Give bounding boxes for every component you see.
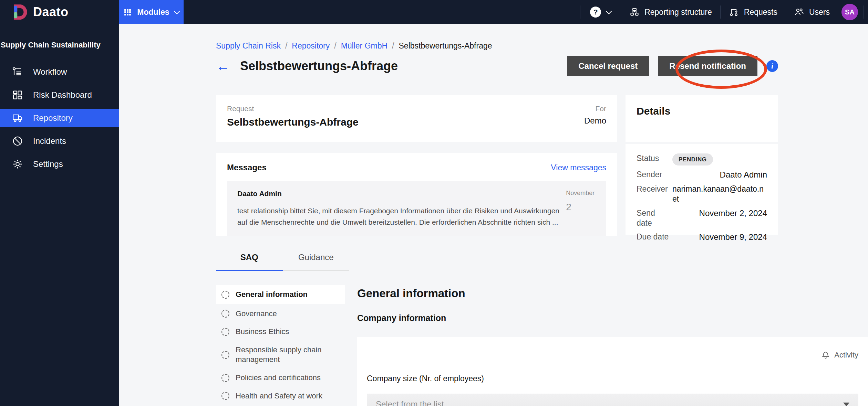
progress-circle-icon — [221, 291, 229, 299]
section-label: Policies and certifications — [236, 373, 321, 383]
breadcrumb-separator: / — [285, 41, 287, 51]
content-subheading: Company information — [357, 313, 868, 323]
request-card-main: Request Selbstbewertungs-Abfrage — [227, 105, 359, 132]
caret-down-icon — [843, 403, 849, 406]
section-label: Business Ethics — [236, 327, 289, 337]
cancel-request-button[interactable]: Cancel request — [567, 56, 649, 76]
message-item[interactable]: Daato Admin test relationship bittet Sie… — [227, 181, 606, 236]
nav-users[interactable]: Users — [786, 7, 838, 17]
status-badge: PENDING — [672, 153, 713, 165]
tab-saq[interactable]: SAQ — [216, 248, 283, 271]
prohibited-icon — [12, 135, 23, 147]
nav-requests[interactable]: Requests — [721, 7, 786, 17]
sidebar-item-workflow[interactable]: Workflow — [0, 63, 119, 81]
sidebar-item-label: Workflow — [33, 67, 67, 77]
sender-label: Sender — [637, 170, 672, 180]
gear-icon — [12, 158, 23, 170]
breadcrumb-link[interactable]: Müller GmbH — [341, 41, 388, 51]
content-heading: General information — [357, 287, 868, 300]
sidebar-title: Supply Chain Sustainability — [0, 41, 119, 50]
question-card: Activity Company size (Nr. of employees)… — [357, 337, 868, 406]
divider — [864, 6, 864, 19]
progress-circle-icon — [221, 328, 229, 336]
message-sender: Daato Admin — [237, 190, 566, 198]
section-governance[interactable]: Governance — [216, 306, 345, 322]
breadcrumb-separator: / — [392, 41, 394, 51]
workflow-icon — [12, 66, 23, 78]
status-label: Status — [637, 153, 672, 163]
message-date: November 2 — [566, 190, 596, 228]
breadcrumb-current: Selbstbewertungs-Abfrage — [399, 41, 492, 51]
receiver-value: nariman.kanaan@daato.net — [672, 184, 767, 204]
dashboard-icon — [12, 89, 23, 101]
page-title: Selbstbewertungs-Abfrage — [240, 59, 398, 73]
message-body-column: Daato Admin test relationship bittet Sie… — [237, 190, 566, 228]
message-text: test relationship bittet Sie, mit diesem… — [237, 205, 566, 228]
sidebar-item-settings[interactable]: Settings — [0, 155, 119, 173]
sidebar-nav: Workflow Risk Dashboard Repository — [0, 63, 119, 173]
question-label: Company size (Nr. of employees) — [367, 374, 858, 383]
help-menu[interactable]: ? — [580, 7, 621, 18]
topbar-right: ? Reporting structure Requests — [580, 0, 868, 24]
details-title: Details — [637, 105, 767, 117]
tabs: SAQ Guidance — [216, 248, 349, 271]
daato-logo-icon — [12, 4, 28, 20]
section-health-safety[interactable]: Health and Safety at work — [216, 388, 345, 405]
breadcrumb: Supply Chain Risk / Repository / Müller … — [216, 41, 868, 51]
section-label: General information — [236, 290, 308, 300]
messages-title: Messages — [227, 163, 267, 172]
message-month: November — [566, 190, 596, 197]
bell-icon — [821, 351, 830, 360]
request-title: Selbstbewertungs-Abfrage — [227, 116, 359, 128]
grid-icon — [123, 8, 132, 17]
progress-circle-icon — [221, 374, 229, 382]
info-icon[interactable]: i — [766, 60, 778, 72]
resend-notification-button[interactable]: Resend notification — [658, 56, 757, 76]
sidebar-item-label: Repository — [33, 113, 73, 123]
sidebar-item-repository[interactable]: Repository — [0, 109, 119, 127]
saq-nav-column: SAQ Guidance General information Governa… — [216, 248, 349, 406]
brand-name: Daato — [33, 5, 69, 19]
activity-label: Activity — [834, 351, 858, 360]
view-messages-link[interactable]: View messages — [551, 163, 606, 172]
messages-header: Messages View messages — [227, 163, 606, 172]
nav-label: Users — [809, 8, 830, 17]
section-label: Responsible supply chain management — [236, 345, 339, 365]
status-value: PENDING — [672, 153, 767, 165]
nav-label: Reporting structure — [644, 8, 712, 17]
requests-icon — [729, 7, 739, 17]
send-date-value: November 2, 2024 — [672, 208, 767, 218]
modules-button[interactable]: Modules — [119, 0, 184, 24]
section-business-ethics[interactable]: Business Ethics — [216, 323, 345, 340]
for-value: Demo — [584, 116, 606, 126]
section-policies-certifications[interactable]: Policies and certifications — [216, 370, 345, 386]
sidebar: Supply Chain Sustainability Workflow Ris… — [0, 24, 119, 406]
avatar[interactable]: SA — [841, 4, 858, 20]
send-date-row: Send date November 2, 2024 — [637, 208, 767, 228]
sidebar-item-incidents[interactable]: Incidents — [0, 132, 119, 150]
breadcrumb-link[interactable]: Repository — [292, 41, 330, 51]
sender-row: Sender Daato Admin — [637, 170, 767, 180]
lower-section: SAQ Guidance General information Governa… — [216, 248, 868, 406]
nav-reporting-structure[interactable]: Reporting structure — [621, 7, 720, 17]
title-actions: Cancel request Resend notification i — [567, 56, 778, 76]
section-responsible-supply-chain[interactable]: Responsible supply chain management — [216, 342, 345, 368]
app-window: Daato Modules ? — [0, 0, 868, 406]
breadcrumb-link[interactable]: Supply Chain Risk — [216, 41, 281, 51]
activity-toggle[interactable]: Activity — [367, 351, 858, 360]
section-general-information[interactable]: General information — [216, 285, 345, 304]
brand: Daato — [0, 4, 119, 20]
sidebar-item-risk-dashboard[interactable]: Risk Dashboard — [0, 86, 119, 104]
help-icon: ? — [590, 7, 601, 18]
tab-guidance[interactable]: Guidance — [283, 248, 350, 271]
back-arrow-icon[interactable]: ← — [216, 59, 230, 73]
receiver-row: Receiver nariman.kanaan@daato.net — [637, 184, 767, 204]
company-size-select[interactable]: Select from the list — [367, 394, 858, 406]
message-day: 2 — [566, 202, 596, 213]
title-row: ← Selbstbewertungs-Abfrage Cancel reques… — [216, 56, 778, 76]
for-label: For — [584, 105, 606, 113]
chevron-down-icon — [606, 8, 612, 14]
select-placeholder: Select from the list — [376, 399, 444, 406]
status-row: Status PENDING — [637, 153, 767, 165]
section-label: Governance — [236, 309, 277, 319]
